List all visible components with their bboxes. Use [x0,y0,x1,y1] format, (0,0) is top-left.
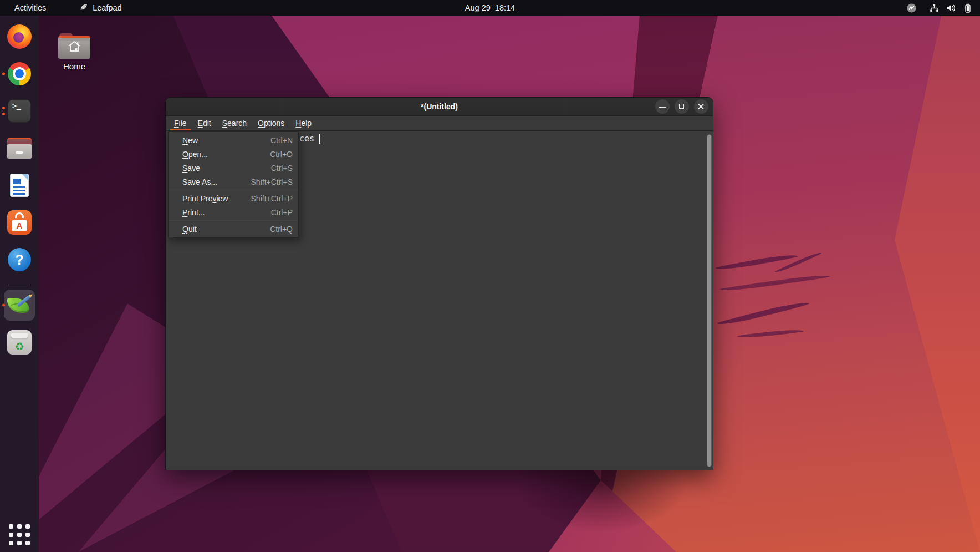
status-indicator-icon[interactable] [906,3,917,13]
leafpad-icon [6,292,33,318]
dock-separator [8,285,30,285]
menu-item-label: Open... [182,150,208,159]
menu-item-shortcut: Ctrl+N [270,136,293,145]
home-label: Home [55,62,93,71]
menu-item-shortcut: Ctrl+P [271,208,293,217]
maximize-icon [679,104,684,109]
dock-item-trash[interactable]: ♻ [0,329,39,356]
menu-item-shortcut: Shift+Ctrl+S [251,178,293,186]
dock: >_A?♻ [0,16,39,552]
dock-item-writer[interactable] [0,172,39,199]
text-area[interactable]: ces NewCtrl+NOpen...Ctrl+OSaveCtrl+SSave… [166,131,713,470]
menu-item-shortcut: Ctrl+O [270,150,293,159]
minimize-icon [659,107,666,108]
menu-item-save[interactable]: SaveCtrl+S [169,161,298,175]
menu-item-label: Print Preview [182,194,228,203]
dock-item-chrome[interactable] [0,60,39,87]
network-wired-icon[interactable] [930,3,939,13]
terminal-icon: >_ [8,99,31,123]
files-icon [7,138,32,159]
menu-item-label: Quit [182,225,197,234]
chrome-icon [8,62,31,85]
writer-icon [10,174,29,197]
menu-item-label: Save [182,164,200,173]
window-title: *(Untitled) [166,102,713,111]
dock-item-help[interactable]: ? [0,246,39,273]
menubar: FileEditSearchOptionsHelp [166,116,713,131]
menu-search[interactable]: Search [217,116,252,130]
firefox-icon [7,24,32,49]
clock[interactable]: Aug 29 18:14 [465,3,515,12]
app-menu-label: Leafpad [93,3,121,12]
app-menu[interactable]: Leafpad [79,3,121,13]
leaf-icon [79,3,88,13]
minimize-button[interactable] [655,99,670,114]
dock-item-leafpad[interactable] [0,292,39,318]
screen: Activities Leafpad Aug 29 18:14 [0,0,980,552]
file-menu-dropdown: NewCtrl+NOpen...Ctrl+OSaveCtrl+SSave As.… [168,131,299,237]
menu-help[interactable]: Help [290,116,317,130]
menu-item-shortcut: Ctrl+Q [270,225,293,234]
menu-item-new[interactable]: NewCtrl+N [169,133,298,147]
volume-icon[interactable] [946,3,956,13]
menu-item-shortcut: Shift+Ctrl+P [251,194,293,203]
desktop-home-shortcut[interactable]: Home [55,33,93,71]
menu-options[interactable]: Options [253,116,289,130]
show-apps-grid-icon[interactable] [9,524,30,545]
editor-visible-text: ces [299,134,320,144]
dock-item-firefox[interactable] [0,23,39,50]
menu-item-print-preview[interactable]: Print PreviewShift+Ctrl+P [169,191,298,205]
vertical-scrollbar[interactable] [707,134,712,467]
menu-file[interactable]: File [169,116,192,130]
house-icon [67,40,81,55]
menu-item-label: Print... [182,208,205,217]
menu-item-open[interactable]: Open...Ctrl+O [169,147,298,161]
activities-button[interactable]: Activities [11,3,49,12]
software-icon: A [7,210,32,235]
trash-icon: ♻ [7,330,32,355]
dock-item-terminal[interactable]: >_ [0,98,39,124]
text-cursor [319,134,320,144]
help-icon: ? [8,248,31,271]
menu-separator [169,220,298,221]
top-bar: Activities Leafpad Aug 29 18:14 [0,0,980,16]
menu-edit[interactable]: Edit [193,116,216,130]
maximize-button[interactable] [675,99,689,114]
menu-item-label: Save As... [182,178,217,186]
menu-item-print[interactable]: Print...Ctrl+P [169,205,298,219]
menu-item-shortcut: Ctrl+S [271,164,293,173]
menu-item-quit[interactable]: QuitCtrl+Q [169,222,298,236]
menu-separator [169,190,298,190]
close-button[interactable] [694,99,708,114]
system-indicators [906,0,980,16]
menu-item-label: New [182,136,198,145]
dock-item-software[interactable]: A [0,209,39,236]
leafpad-window: *(Untitled) FileEditSearchOptionsHelp ce… [165,97,713,470]
battery-icon[interactable] [963,3,972,13]
titlebar[interactable]: *(Untitled) [166,98,713,116]
dock-item-files[interactable] [0,135,39,161]
home-folder-icon [58,33,90,59]
menu-item-save-as[interactable]: Save As...Shift+Ctrl+S [169,175,298,189]
